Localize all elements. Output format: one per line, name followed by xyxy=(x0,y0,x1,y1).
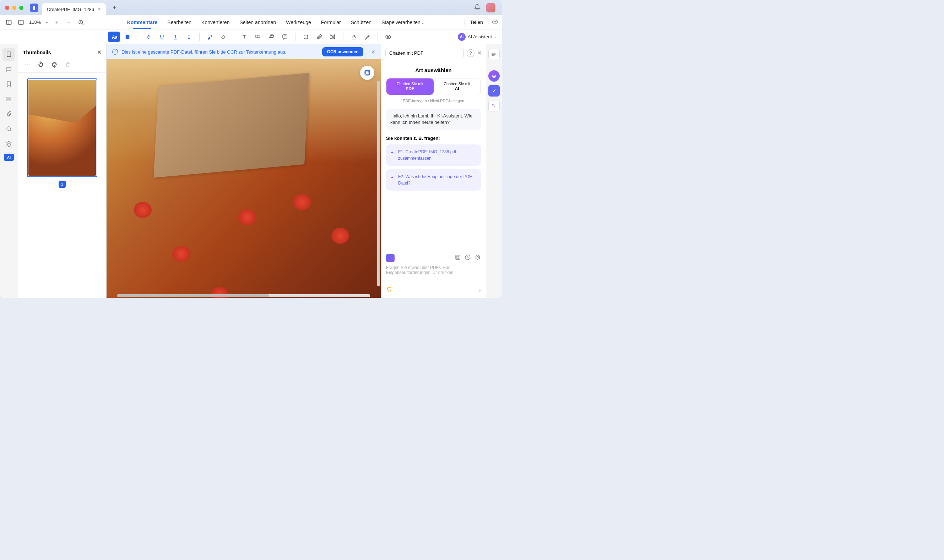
zoom-out-button[interactable]: − xyxy=(63,17,74,28)
tool-strikethrough-icon[interactable] xyxy=(142,32,154,42)
tab-seiten-anordnen[interactable]: Seiten anordnen xyxy=(239,16,276,29)
ai-subtext: PDF-bezogen / Nicht PDF-bezogen xyxy=(386,98,481,103)
fit-page-icon[interactable] xyxy=(76,17,86,28)
document-tab[interactable]: CreatePDF_IMG_1286 × xyxy=(42,3,106,15)
tool-textbox-icon[interactable] xyxy=(238,32,250,42)
ocr-apply-button[interactable]: OCR anwenden xyxy=(322,47,364,57)
thumbnails-rotate-left-icon[interactable] xyxy=(37,60,45,69)
rail-search-icon[interactable] xyxy=(3,122,15,135)
tool-text-annotation-icon[interactable]: Aa xyxy=(108,32,120,42)
tool-caret-icon[interactable] xyxy=(183,32,195,42)
rail-check-icon[interactable] xyxy=(488,85,500,97)
ai-badge-icon: AI xyxy=(458,33,466,41)
thumbnail-page-1[interactable] xyxy=(27,78,97,177)
ai-suggestion-1[interactable]: F1. CreatePDF_IMG_1286.pdf zusammenfasse… xyxy=(386,145,481,166)
notifications-icon[interactable] xyxy=(474,4,481,12)
tab-kommentare[interactable]: Kommentare xyxy=(127,16,158,29)
tool-measure-icon[interactable] xyxy=(327,32,339,42)
tool-callout-icon[interactable] xyxy=(252,32,264,42)
svg-rect-6 xyxy=(125,35,129,39)
vertical-scrollbar[interactable] xyxy=(377,80,380,286)
document-viewport[interactable] xyxy=(106,59,381,298)
ai-input-field[interactable] xyxy=(386,265,481,285)
zoom-dropdown-icon[interactable] xyxy=(44,17,50,28)
rail-ai-icon[interactable]: AI xyxy=(4,154,14,161)
screenshot-tool-icon[interactable] xyxy=(360,66,374,80)
info-icon: ! xyxy=(112,49,118,55)
ai-send-button[interactable]: › xyxy=(479,287,481,294)
tool-area-highlight-icon[interactable] xyxy=(122,32,134,42)
thumbnail-image xyxy=(28,80,96,176)
svg-rect-18 xyxy=(7,97,11,98)
ai-toggle-ai[interactable]: Chatten Sie mitAI xyxy=(433,78,481,95)
svg-point-29 xyxy=(492,54,493,55)
chevron-down-icon: ⌄ xyxy=(494,35,497,39)
rail-properties-icon[interactable] xyxy=(488,49,500,60)
ai-history-icon[interactable] xyxy=(464,254,471,262)
share-button[interactable]: Teilen xyxy=(464,17,488,27)
menubar: 118% + − Kommentare Bearbeiten Konvertie… xyxy=(0,15,502,29)
tab-schuetzen[interactable]: Schützen xyxy=(351,16,372,29)
rail-thumbnails-icon[interactable] xyxy=(3,48,15,61)
svg-rect-0 xyxy=(6,20,11,25)
rail-ai-robot-icon[interactable] xyxy=(488,70,500,82)
tool-visibility-icon[interactable] xyxy=(382,32,394,42)
cloud-upload-icon[interactable] xyxy=(492,18,498,26)
ai-suggestion-2[interactable]: F2. Was ist die Hauptaussage der PDF-Dat… xyxy=(386,169,481,191)
ai-assistant-dropdown[interactable]: AI AI Assistent ⌄ xyxy=(458,33,497,41)
tool-text-callout-icon[interactable] xyxy=(265,32,278,42)
tab-formular[interactable]: Formular xyxy=(321,16,341,29)
tool-note-icon[interactable] xyxy=(279,32,291,42)
ai-toggle-pdf[interactable]: Chatten Sie mitPDF xyxy=(386,78,433,95)
ai-pdf-context-icon[interactable] xyxy=(386,254,395,262)
tab-werkzeuge[interactable]: Werkzeuge xyxy=(286,16,311,29)
user-avatar[interactable] xyxy=(486,3,495,12)
ai-mode-dropdown[interactable]: Chatten mit PDF ⌄ xyxy=(386,48,464,58)
svg-point-16 xyxy=(387,36,389,38)
tool-stamp-icon[interactable] xyxy=(348,32,360,42)
chevron-down-icon: ⌄ xyxy=(421,21,424,25)
tool-underline-icon[interactable] xyxy=(156,32,168,42)
rail-layers-icon[interactable] xyxy=(3,137,15,150)
view-grid-icon[interactable] xyxy=(15,17,26,28)
tool-shape-icon[interactable] xyxy=(300,32,312,42)
svg-rect-9 xyxy=(283,35,287,38)
svg-marker-26 xyxy=(476,255,480,260)
tab-stapelverarbeiten[interactable]: Stapelverarbeiten⌄ xyxy=(381,16,424,29)
ai-screenshot-icon[interactable] xyxy=(455,254,461,262)
panel-toggle-icon[interactable] xyxy=(3,17,14,28)
tool-squiggly-icon[interactable] xyxy=(170,32,182,42)
rail-bookmarks-icon[interactable] xyxy=(3,78,15,91)
ai-settings-icon[interactable] xyxy=(475,254,481,262)
rail-fields-icon[interactable] xyxy=(3,92,15,105)
window-close-button[interactable] xyxy=(5,6,9,10)
ocr-banner-close-icon[interactable]: × xyxy=(371,48,375,56)
ai-lightbulb-icon[interactable] xyxy=(386,286,392,294)
thumbnails-more-icon[interactable]: ⋯ xyxy=(23,60,32,69)
zoom-in-button[interactable]: + xyxy=(51,17,62,28)
tool-attachment-icon[interactable] xyxy=(313,32,325,42)
tool-highlighter-icon[interactable] xyxy=(204,32,216,42)
svg-rect-10 xyxy=(304,35,308,39)
rail-attachments-icon[interactable] xyxy=(3,108,15,120)
thumbnails-rotate-right-icon[interactable] xyxy=(50,60,59,69)
tab-bearbeiten[interactable]: Bearbeiten xyxy=(167,16,191,29)
ai-panel: Chatten mit PDF ⌄ ? × Art auswählen Chat… xyxy=(381,45,486,298)
new-tab-button[interactable]: + xyxy=(110,3,119,13)
window-minimize-button[interactable] xyxy=(12,6,16,10)
rail-translate-icon[interactable]: 文A xyxy=(488,100,500,111)
right-sidebar-rail: 文A xyxy=(486,45,502,298)
thumbnails-close-icon[interactable]: × xyxy=(97,49,101,56)
tool-signature-icon[interactable] xyxy=(361,32,373,42)
tool-eraser-icon[interactable] xyxy=(217,32,230,42)
ai-panel-close-icon[interactable]: × xyxy=(477,49,481,57)
horizontal-scrollbar[interactable] xyxy=(117,294,370,297)
thumbnails-delete-icon[interactable] xyxy=(63,60,72,69)
window-fullscreen-button[interactable] xyxy=(19,6,23,10)
tab-konvertieren[interactable]: Konvertieren xyxy=(201,16,230,29)
help-icon[interactable]: ? xyxy=(467,49,475,57)
tab-close-icon[interactable]: × xyxy=(98,6,101,12)
left-sidebar-rail: AI xyxy=(0,45,18,298)
rail-comments-icon[interactable] xyxy=(3,63,15,75)
svg-point-28 xyxy=(492,53,493,54)
